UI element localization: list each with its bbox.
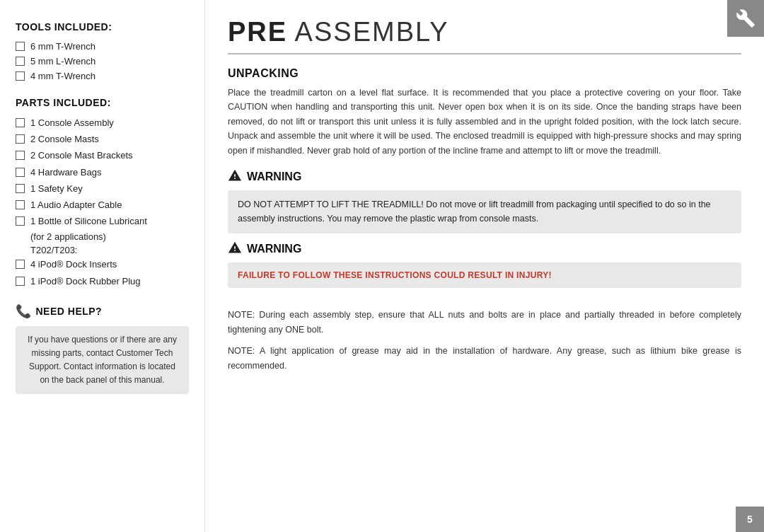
- note-1: NOTE: During each assembly step, ensure …: [228, 308, 741, 337]
- warning2-heading: WARNING: [228, 241, 741, 258]
- warning1-heading: WARNING: [228, 168, 741, 186]
- warning-block-2: WARNING FAILURE TO FOLLOW THESE INSTRUCT…: [228, 241, 741, 288]
- warning1-box: DO NOT ATTEMPT TO LIFT THE TREADMILL! Do…: [228, 190, 741, 233]
- sub-text: (for 2 applications): [30, 231, 189, 242]
- model-text: T202/T203:: [30, 245, 189, 255]
- wrench-corner-icon: [727, 0, 764, 37]
- list-item: 4 mm T-Wrench: [16, 71, 189, 81]
- unpacking-body: Place the treadmill carton on a level fl…: [228, 86, 741, 158]
- checkbox-part-7[interactable]: [16, 216, 25, 226]
- list-item: 4 Hardware Bags: [16, 166, 189, 179]
- warning-icon-1: [228, 168, 242, 186]
- page-number: 5: [736, 507, 764, 532]
- checkbox-part-1[interactable]: [16, 118, 25, 127]
- need-help-box: If you have questions or if there are an…: [16, 326, 189, 395]
- triangle-warning-icon: [228, 168, 242, 183]
- parts-heading: PARTS INCLUDED:: [16, 97, 189, 108]
- list-item: 4 iPod® Dock Inserts: [16, 258, 189, 271]
- list-item: 1 iPod® Dock Rubber Plug: [16, 275, 189, 288]
- checkbox-part-6[interactable]: [16, 200, 25, 209]
- note-2: NOTE: A light application of grease may …: [228, 344, 741, 373]
- list-item: 5 mm L-Wrench: [16, 56, 189, 66]
- left-panel: TOOLS INCLUDED: 6 mm T-Wrench 5 mm L-Wre…: [0, 0, 205, 532]
- list-item: 1 Audio Adapter Cable: [16, 199, 189, 212]
- list-item: 1 Bottle of Silicone Lubricant: [16, 215, 189, 228]
- need-help-section: 📞 NEED HELP? If you have questions or if…: [16, 303, 189, 395]
- parts-section: PARTS INCLUDED: 1 Console Assembly 2 Con…: [16, 97, 189, 288]
- warning-icon-2: [228, 241, 242, 258]
- tools-heading: TOOLS INCLUDED:: [16, 21, 189, 33]
- checkbox-part-9[interactable]: [16, 277, 25, 286]
- checkbox-part-5[interactable]: [16, 184, 25, 193]
- list-item: 1 Console Assembly: [16, 117, 189, 129]
- list-item: 1 Safety Key: [16, 183, 189, 195]
- warning-block-1: WARNING DO NOT ATTEMPT TO LIFT THE TREAD…: [228, 168, 741, 233]
- checkbox-part-3[interactable]: [16, 151, 25, 160]
- list-item: 6 mm T-Wrench: [16, 41, 189, 52]
- title-divider: [228, 53, 741, 54]
- unpacking-heading: UNPACKING: [228, 67, 741, 80]
- checkbox-tool-2[interactable]: [16, 57, 25, 66]
- list-item: 2 Console Masts: [16, 133, 189, 146]
- triangle-warning-icon-2: [228, 241, 242, 255]
- list-item: 2 Console Mast Brackets: [16, 149, 189, 162]
- checkbox-part-8[interactable]: [16, 260, 25, 269]
- phone-icon: 📞: [16, 303, 32, 319]
- checkbox-tool-3[interactable]: [16, 71, 25, 81]
- checkbox-tool-1[interactable]: [16, 42, 25, 51]
- checkbox-part-2[interactable]: [16, 134, 25, 144]
- tools-section: TOOLS INCLUDED: 6 mm T-Wrench 5 mm L-Wre…: [16, 21, 189, 81]
- page-title: PRE ASSEMBLY: [228, 17, 741, 47]
- need-help-heading: 📞 NEED HELP?: [16, 303, 189, 319]
- wrench-icon: [736, 8, 756, 28]
- main-content: PRE ASSEMBLY UNPACKING Place the treadmi…: [205, 0, 764, 532]
- page: TOOLS INCLUDED: 6 mm T-Wrench 5 mm L-Wre…: [0, 0, 764, 532]
- checkbox-part-4[interactable]: [16, 168, 25, 177]
- warning2-box: FAILURE TO FOLLOW THESE INSTRUCTIONS COU…: [228, 262, 741, 288]
